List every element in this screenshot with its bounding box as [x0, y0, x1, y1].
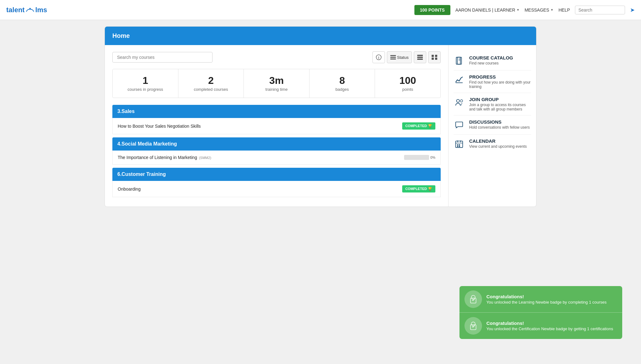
svg-point-29 [471, 295, 475, 299]
congrats-title: Congratulations! [486, 320, 613, 326]
stat-label: badges [336, 87, 349, 92]
sidebar-item-calendar[interactable]: CALENDAR View current and upcoming event… [454, 135, 531, 153]
stat-item: 8 badges [310, 69, 375, 98]
congrats-message: You unlocked the Certification Newbie ba… [486, 326, 613, 331]
progress-text: PROGRESS Find out how you are doing with… [469, 74, 531, 89]
course-item[interactable]: How to Boost Your Sales Negotiation Skil… [112, 118, 441, 134]
user-menu[interactable]: AARON DANIELS | LEARNER ▼ [455, 8, 520, 13]
nav-search-input[interactable] [575, 6, 625, 14]
stat-item: 1 courses in progress [113, 69, 178, 98]
course-item[interactable]: Onboarding COMPLETED 🏆 [112, 181, 441, 197]
logo-lms-text: lms [35, 6, 47, 14]
course-groups: 3.Sales How to Boost Your Sales Negotiat… [112, 105, 441, 197]
progress-desc: Find out how you are doing with your tra… [469, 80, 531, 89]
logout-icon[interactable]: ➤ [630, 7, 635, 13]
congrats-item: Congratulations! You unlocked the Learni… [459, 286, 622, 312]
stat-label: completed courses [194, 87, 228, 92]
logo: talent lms [6, 6, 47, 14]
group-header[interactable]: 4.Social Media Marketing [112, 137, 441, 151]
help-link[interactable]: HELP [558, 8, 570, 13]
progress-bar-wrap: 0% [404, 155, 435, 160]
stat-number: 2 [182, 75, 241, 86]
course-group: 4.Social Media Marketing The Importance … [112, 137, 441, 165]
svg-rect-10 [435, 55, 437, 57]
congrats-title: Congratulations! [486, 294, 607, 299]
stat-item: 100 points [375, 69, 440, 98]
stat-number: 100 [378, 75, 437, 86]
svg-point-0 [29, 8, 31, 9]
status-button[interactable]: Status [387, 51, 412, 63]
page-title: Home [112, 32, 130, 39]
list-view-icon [417, 55, 423, 60]
group-header[interactable]: 3.Sales [112, 105, 441, 118]
course-name: How to Boost Your Sales Negotiation Skil… [118, 124, 201, 129]
svg-rect-9 [432, 55, 434, 57]
svg-rect-3 [390, 55, 396, 56]
list-view-button[interactable] [414, 51, 426, 63]
group-header[interactable]: 6.Customer Training [112, 168, 441, 181]
messages-label: MESSAGES [525, 8, 549, 13]
stat-label: courses in progress [128, 87, 163, 92]
messages-chevron-icon: ▼ [551, 8, 554, 12]
stats-row: 1 courses in progress 2 completed course… [112, 69, 441, 98]
status-icon [390, 55, 396, 59]
messages-menu[interactable]: MESSAGES ▼ [525, 8, 554, 13]
progress-bar-bg [404, 155, 429, 160]
stat-number: 8 [313, 75, 372, 86]
sidebar-item-discussions[interactable]: DISCUSSIONS Hold conversations with fell… [454, 115, 531, 135]
course-badge-label: (SMM2) [199, 156, 211, 160]
congrats-badge-icon [464, 317, 482, 335]
stat-item: 2 completed courses [178, 69, 244, 98]
congrats-text: Congratulations! You unlocked the Learni… [486, 294, 607, 305]
svg-rect-4 [390, 57, 396, 58]
svg-point-31 [471, 322, 475, 326]
progress-text: 0% [430, 156, 435, 159]
course-name: The Importance of Listening in Marketing… [118, 155, 211, 160]
main-wrapper: Home i [98, 26, 543, 207]
svg-point-18 [457, 100, 459, 102]
svg-rect-7 [417, 57, 423, 58]
points-button[interactable]: 100 POINTS [414, 5, 450, 15]
sidebar: COURSE CATALOG Find new courses PROGRESS… [449, 45, 536, 207]
search-bar: i Status [112, 51, 441, 63]
info-button[interactable]: i [372, 51, 385, 63]
grid-view-button[interactable] [428, 51, 441, 63]
congrats-badge-icon [464, 290, 482, 308]
grid-view-icon [432, 55, 437, 60]
progress-icon [454, 74, 465, 85]
svg-rect-24 [457, 144, 458, 146]
home-header: Home [105, 27, 536, 45]
svg-rect-27 [459, 146, 460, 147]
stat-label: points [402, 87, 413, 92]
badge-icon [468, 321, 478, 331]
congrats-message: You unlocked the Learning Newbie badge b… [486, 300, 607, 305]
user-chevron-icon: ▼ [516, 8, 520, 12]
calendar-text: CALENDAR View current and upcoming event… [469, 138, 527, 149]
course-search-input[interactable] [112, 52, 213, 63]
sidebar-item-course-catalog[interactable]: COURSE CATALOG Find new courses [454, 51, 531, 70]
discussions-title: DISCUSSIONS [469, 119, 530, 125]
svg-rect-5 [390, 59, 396, 59]
svg-rect-25 [459, 144, 460, 146]
stat-number: 1 [116, 75, 175, 86]
sidebar-item-join-group[interactable]: JOIN GROUP Join a group to access its co… [454, 93, 531, 115]
congrats-popup: Congratulations! You unlocked the Learni… [459, 286, 622, 339]
congrats-text: Congratulations! You unlocked the Certif… [486, 320, 613, 331]
svg-rect-6 [417, 55, 423, 56]
progress-title: PROGRESS [469, 74, 531, 79]
congrats-item: Congratulations! You unlocked the Certif… [459, 312, 622, 339]
top-nav: talent lms 100 POINTS AARON DANIELS | LE… [0, 0, 641, 20]
svg-rect-12 [435, 58, 437, 60]
svg-rect-14 [457, 57, 461, 64]
course-catalog-desc: Find new courses [469, 61, 513, 65]
logo-talent-text: talent [6, 6, 25, 14]
course-catalog-title: COURSE CATALOG [469, 55, 513, 60]
completed-badge: COMPLETED 🏆 [402, 122, 435, 130]
svg-rect-13 [456, 57, 460, 64]
stat-label: training time [265, 87, 288, 92]
view-controls: i Status [372, 51, 441, 63]
svg-rect-11 [432, 58, 434, 60]
stat-number: 3m [247, 75, 306, 86]
sidebar-item-progress[interactable]: PROGRESS Find out how you are doing with… [454, 70, 531, 93]
course-item[interactable]: The Importance of Listening in Marketing… [112, 151, 441, 165]
